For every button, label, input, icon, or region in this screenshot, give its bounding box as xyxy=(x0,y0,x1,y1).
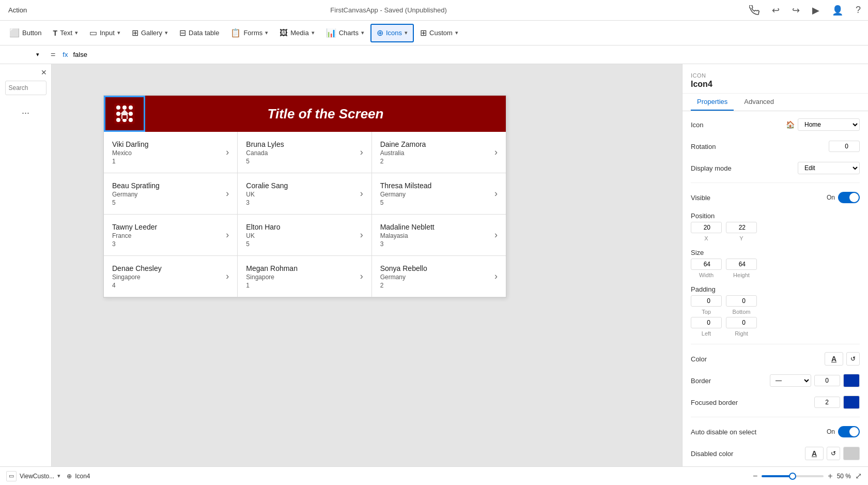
padding-left-input[interactable] xyxy=(691,317,722,328)
size-h-input[interactable] xyxy=(726,259,757,270)
media-tool-icon: 🖼 xyxy=(280,28,288,38)
sidebar-search-input[interactable] xyxy=(5,81,47,95)
formula-equals-icon[interactable]: = xyxy=(49,50,57,59)
padding-right-input[interactable] xyxy=(726,317,757,328)
table-row[interactable]: Megan Rohman Singapore 1 › xyxy=(238,256,371,297)
table-row[interactable]: Beau Spratling Germany 5 › xyxy=(104,173,238,215)
input-tool-label: Input xyxy=(100,29,115,37)
input-tool-btn[interactable]: ▭ Input ▾ xyxy=(84,24,126,42)
sidebar-close-btn[interactable]: ✕ xyxy=(41,68,47,77)
section-divider-3 xyxy=(691,417,860,417)
formula-fx-btn[interactable]: fx xyxy=(60,51,70,58)
custom-tool-btn[interactable]: ⊞ Custom ▾ xyxy=(415,24,463,42)
prop-size-row: Size Width Height xyxy=(691,249,860,278)
padding-top-input[interactable] xyxy=(691,295,722,307)
auto-disable-toggle[interactable] xyxy=(838,426,860,437)
border-width-input[interactable] xyxy=(814,375,840,386)
cell-info: Denae Chesley Singapore 4 xyxy=(112,264,162,289)
icon-selector[interactable]: Home xyxy=(798,118,860,131)
charts-tool-btn[interactable]: 📊 Charts ▾ xyxy=(321,24,369,42)
fullscreen-btn[interactable]: ⤢ xyxy=(855,471,862,481)
screen-icon-small: ▭ xyxy=(6,471,17,481)
svg-point-6 xyxy=(116,118,120,122)
table-row[interactable]: Sonya Rebello Germany 2 › xyxy=(372,256,506,297)
gallery-tool-btn[interactable]: ⊞ Gallery ▾ xyxy=(127,24,173,42)
cell-num: 2 xyxy=(380,158,426,165)
right-panel: ICON Icon4 Properties Advanced Icon 🏠 Ho… xyxy=(682,64,868,466)
cell-num: 3 xyxy=(246,199,288,206)
cell-country: France xyxy=(112,232,157,239)
icons-tool-btn[interactable]: ⊕ Icons ▾ xyxy=(370,24,414,42)
prop-icon-value[interactable]: 🏠 Home xyxy=(786,118,860,131)
tab-advanced[interactable]: Advanced xyxy=(738,94,780,111)
play-btn[interactable]: ▶ xyxy=(809,3,823,18)
panel-header: ICON Icon4 xyxy=(683,64,868,94)
zoom-value-label: 50 % xyxy=(837,473,851,480)
color-reset-btn[interactable]: ↺ xyxy=(846,352,860,366)
selector-chevron-icon[interactable]: ▾ xyxy=(36,51,39,58)
rotation-input[interactable] xyxy=(829,141,860,152)
panel-type-label: ICON xyxy=(691,72,860,79)
table-row[interactable]: Elton Haro UK 5 › xyxy=(238,215,371,256)
table-row[interactable]: Coralie Sang UK 3 › xyxy=(238,173,371,215)
disabled-color-swatch[interactable] xyxy=(843,447,860,460)
table-row[interactable]: Tawny Leeder France 3 › xyxy=(104,215,238,256)
media-tool-btn[interactable]: 🖼 Media ▾ xyxy=(274,24,319,42)
disabled-color-reset-btn[interactable]: ↺ xyxy=(827,447,840,460)
cell-num: 5 xyxy=(246,240,280,248)
position-y-input[interactable] xyxy=(726,222,757,233)
cell-name: Daine Zamora xyxy=(380,140,426,148)
cell-info: Viki Darling Mexico 1 xyxy=(112,140,149,165)
section-divider-2 xyxy=(691,344,860,344)
screen-chevron-icon: ▾ xyxy=(57,473,60,479)
forms-tool-btn[interactable]: 📋 Forms ▾ xyxy=(225,24,273,42)
datatable-tool-btn[interactable]: ⊟ Data table xyxy=(174,24,224,42)
display-mode-selector[interactable]: Edit xyxy=(798,162,860,174)
cell-country: Singapore xyxy=(246,274,298,281)
zoom-in-btn[interactable]: + xyxy=(828,472,832,481)
text-tool-btn[interactable]: T Text ▾ xyxy=(48,24,83,42)
charts-chevron-icon: ▾ xyxy=(361,29,364,36)
phone-icon-btn[interactable] xyxy=(746,3,763,18)
visible-toggle[interactable] xyxy=(838,192,860,203)
toggle-knob xyxy=(849,193,859,202)
size-w-input[interactable] xyxy=(691,259,722,270)
zoom-out-btn[interactable]: − xyxy=(753,472,757,481)
screen-icon-container[interactable] xyxy=(104,96,145,132)
screen-selector[interactable]: ▭ ViewCusto... ▾ xyxy=(6,471,60,481)
table-row[interactable]: Denae Chesley Singapore 4 › xyxy=(104,256,238,297)
border-color-swatch[interactable] xyxy=(843,374,860,387)
focused-border-input[interactable] xyxy=(814,397,840,408)
padding-bottom-input[interactable] xyxy=(726,295,757,307)
table-row[interactable]: Thresa Milstead Germany 5 › xyxy=(372,173,506,215)
help-btn[interactable]: ? xyxy=(853,3,864,18)
prop-disabled-color-row: Disabled color A ↺ xyxy=(691,446,860,461)
redo-btn[interactable]: ↪ xyxy=(789,3,803,18)
person-btn[interactable]: 👤 xyxy=(829,3,846,18)
position-x-input[interactable] xyxy=(691,222,722,233)
element-selector-input[interactable] xyxy=(4,51,35,58)
undo-btn[interactable]: ↩ xyxy=(769,3,783,18)
formula-selector[interactable]: ▾ xyxy=(4,51,45,58)
disabled-color-text-btn[interactable]: A xyxy=(805,447,824,460)
cell-name: Bruna Lyles xyxy=(246,140,284,148)
sidebar-more-icon[interactable]: ··· xyxy=(22,108,29,118)
left-label: Left xyxy=(691,330,722,337)
button-tool-btn[interactable]: ⬜ Button xyxy=(4,24,47,42)
top-label: Top xyxy=(691,309,722,315)
forms-tool-icon: 📋 xyxy=(230,28,241,38)
zoom-slider[interactable] xyxy=(762,475,824,477)
table-row[interactable]: Daine Zamora Australia 2 › xyxy=(372,132,506,173)
table-row[interactable]: Madaline Neblett Malayasia 3 › xyxy=(372,215,506,256)
prop-visible-row: Visible On xyxy=(691,190,860,205)
component-selector[interactable]: ⊕ Icon4 xyxy=(67,473,90,480)
formula-input[interactable] xyxy=(73,51,864,58)
color-text-btn[interactable]: A xyxy=(825,352,843,366)
toolbar: ⬜ Button T Text ▾ ▭ Input ▾ ⊞ Gallery ▾ … xyxy=(0,21,868,46)
prop-focused-border-row: Focused border xyxy=(691,395,860,410)
table-row[interactable]: Bruna Lyles Canada 5 › xyxy=(238,132,371,173)
border-style-selector[interactable]: — xyxy=(770,374,811,387)
table-row[interactable]: Viki Darling Mexico 1 › xyxy=(104,132,238,173)
tab-properties[interactable]: Properties xyxy=(691,94,734,111)
focused-border-swatch[interactable] xyxy=(843,396,860,409)
